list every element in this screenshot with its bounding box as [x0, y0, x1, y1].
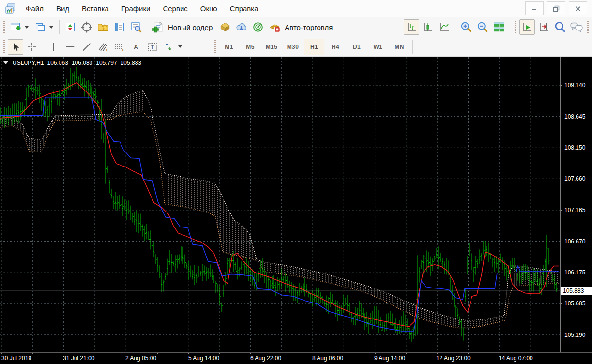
cursor-tool-button[interactable] [8, 39, 23, 55]
autotrading-button[interactable]: Авто-торговля [267, 19, 336, 35]
strategy-tester-button[interactable] [128, 19, 144, 35]
time-tick-label: 5 Aug 14:00 [188, 355, 219, 362]
zoom-in-icon [460, 21, 472, 33]
price-tick-label: 107.660 [564, 175, 585, 182]
tile-windows-icon [493, 21, 505, 33]
zoom-out-button[interactable] [475, 19, 490, 35]
timeframe-w1-button[interactable]: W1 [368, 39, 388, 55]
new-order-button[interactable]: Новый ордер [150, 19, 216, 35]
restore-window-icon [553, 5, 560, 12]
data-window-button[interactable] [79, 19, 94, 35]
menu-item-help[interactable]: Справка [224, 1, 265, 16]
arrows-tool-button[interactable] [161, 39, 177, 55]
toolbar-drag-handle[interactable] [214, 40, 216, 53]
timeframe-m5-button[interactable]: M5 [240, 39, 260, 55]
time-axis-tick [375, 353, 376, 354]
menu-item-window[interactable]: Окно [194, 1, 224, 16]
text-label-icon: T [147, 41, 158, 53]
minimize-icon [531, 5, 538, 12]
cursor-icon [10, 42, 21, 52]
toolbar-drag-handle[interactable] [3, 21, 5, 34]
profiles-button[interactable] [32, 19, 48, 35]
signals-button[interactable] [250, 19, 266, 35]
ohlc-close: 105.883 [121, 60, 141, 66]
navigator-button[interactable] [95, 19, 111, 35]
metatrader-window: { "menu": { "items": [ {"name":"file","l… [0, 0, 592, 364]
chart-line-button[interactable] [437, 19, 452, 35]
chart-bars-icon [406, 21, 417, 33]
market-watch-button[interactable] [62, 19, 78, 35]
new-chart-button[interactable] [8, 19, 23, 35]
time-axis-tick [500, 353, 500, 354]
zoom-in-button[interactable] [458, 19, 474, 35]
tile-windows-button[interactable] [491, 19, 507, 35]
mql5-community-button[interactable] [234, 19, 249, 35]
time-axis-tick [282, 353, 282, 354]
time-tick-label: 9 Aug 14:00 [374, 355, 405, 362]
chart-candlesticks-button[interactable] [420, 19, 436, 35]
equidistant-channel-tool-button[interactable]: E [95, 39, 111, 55]
chart-grid [0, 57, 560, 352]
menu-item-insert[interactable]: Вставка [76, 1, 115, 16]
timeframe-m15-button[interactable]: M15 [261, 39, 282, 55]
time-axis-tick [250, 353, 251, 354]
timeframe-d1-button[interactable]: D1 [347, 39, 367, 55]
menu-item-charts[interactable]: Графики [115, 1, 157, 16]
text-label-tool-button[interactable]: T [145, 39, 160, 55]
drawing-toolbar: E F A T M1M5M15M30H1H4D1W1MN [0, 37, 592, 57]
toolbar-drag-handle[interactable] [587, 21, 589, 34]
auto-scroll-icon [521, 21, 533, 33]
horizontal-line-tool-button[interactable] [62, 39, 78, 55]
profiles-icon [34, 21, 46, 33]
fibonacci-tool-button[interactable]: F [112, 39, 127, 55]
toolbar-drag-handle[interactable] [3, 40, 5, 53]
price-tick-label: 107.165 [564, 207, 585, 213]
ichimoku-cloud [0, 90, 559, 328]
crosshair-icon [27, 42, 37, 52]
terminal-button[interactable] [112, 19, 127, 35]
one-click-trading-toggle-icon[interactable] [3, 61, 8, 64]
price-bars [0, 67, 558, 342]
timeframe-mn-button[interactable]: MN [389, 39, 410, 55]
minimize-button[interactable] [525, 1, 544, 15]
new-order-label: Новый ордер [168, 23, 213, 31]
profiles-dropdown-icon[interactable] [49, 26, 53, 29]
timeframe-h4-button[interactable]: H4 [325, 39, 346, 55]
auto-scroll-button[interactable] [519, 19, 535, 35]
vertical-line-tool-button[interactable] [46, 39, 61, 55]
menu-item-tools[interactable]: Сервис [156, 1, 194, 16]
arrows-dropdown-icon[interactable] [178, 46, 182, 48]
menu-item-file[interactable]: Файл [19, 1, 50, 16]
menu-bar: ФайлВидВставкаГрафикиСервисОкноСправка [0, 0, 592, 17]
time-tick-label: 14 Aug 07:00 [499, 355, 533, 362]
toolbar-drag-handle[interactable] [515, 21, 516, 34]
trendline-tool-button[interactable] [79, 39, 94, 55]
chat-button[interactable] [569, 19, 584, 35]
crosshair-tool-button[interactable] [24, 39, 40, 55]
time-axis-tick [32, 353, 33, 354]
timeframe-h1-button[interactable]: H1 [304, 39, 324, 55]
toolbar-separator [147, 20, 147, 34]
chart-plot-area[interactable] [0, 57, 560, 352]
menu-item-view[interactable]: Вид [50, 1, 76, 16]
metaeditor-button[interactable] [217, 19, 233, 35]
restore-button[interactable] [547, 1, 565, 15]
chart-controls-group [403, 19, 591, 35]
time-axis[interactable]: 30 Jul 201931 Jul 21:002 Aug 05:005 Aug … [0, 352, 592, 364]
chart-window[interactable]: USDJPY,H1 106.063 106.083 105.797 105.88… [0, 57, 592, 364]
find-symbol-button[interactable] [552, 19, 568, 35]
timeframe-buttons: M1M5M15M30H1H4D1W1MN [218, 39, 410, 55]
price-axis[interactable]: 109.140108.645108.150107.660107.165106.6… [560, 57, 592, 353]
text-tool-button[interactable]: A [128, 39, 144, 55]
chart-bars-button[interactable] [404, 19, 419, 35]
fibo-letter: F [122, 48, 125, 52]
time-axis-tick [406, 353, 407, 354]
time-tick-label: 12 Aug 23:00 [436, 355, 471, 362]
close-icon [575, 5, 581, 12]
timeframe-m30-button[interactable]: M30 [283, 39, 303, 55]
close-button[interactable] [569, 1, 587, 15]
timeframe-m1-button[interactable]: M1 [219, 39, 239, 55]
chart-shift-button[interactable] [536, 19, 551, 35]
new-chart-dropdown-icon[interactable] [25, 26, 29, 29]
toolbar-separator [59, 20, 60, 34]
